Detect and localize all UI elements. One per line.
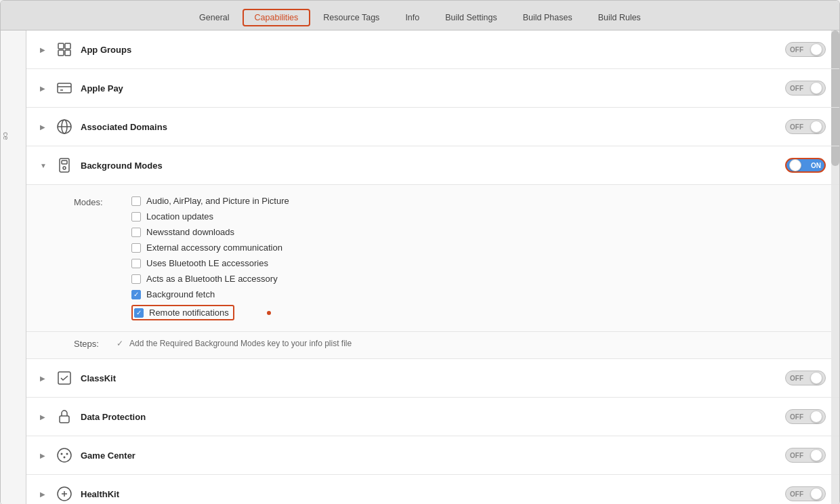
steps-label: Steps: [74, 339, 111, 349]
svg-point-17 [66, 453, 68, 455]
mode-remote-notifications: ✓ Remote notifications [131, 305, 289, 320]
expand-arrow-apple-pay[interactable]: ▶ [40, 85, 48, 92]
game-center-title: Game Center [81, 450, 135, 461]
main-content: ▶ App Groups OFF [1, 30, 839, 504]
expand-arrow-game-center[interactable]: ▶ [40, 452, 48, 459]
mode-label-newsstand: Newsstand downloads [146, 227, 234, 237]
mode-bt-accessories: Uses Bluetooth LE accessories [131, 258, 289, 268]
svg-rect-0 [58, 43, 64, 49]
tab-capabilities[interactable]: Capabilities [243, 9, 311, 26]
svg-rect-13 [58, 372, 70, 384]
modes-list: Audio, AirPlay, and Picture in Picture L… [131, 196, 289, 320]
expand-arrow-classkit[interactable]: ▶ [40, 375, 48, 382]
data-protection-toggle-label: OFF [790, 413, 803, 421]
capability-row-healthkit: ▶ HealthKit OFF [26, 475, 839, 504]
game-center-toggle-knob [810, 449, 822, 461]
mode-checkbox-bt-accessories[interactable] [131, 259, 141, 268]
tab-build-settings[interactable]: Build Settings [432, 8, 509, 27]
expand-arrow-background-modes[interactable]: ▼ [40, 162, 48, 169]
modes-label: Modes: [74, 196, 111, 320]
game-center-toggle-label: OFF [790, 452, 803, 459]
row-left-healthkit: ▶ HealthKit [40, 484, 785, 503]
capability-row-associated-domains: ▶ Associated Domains OFF [26, 108, 839, 146]
data-protection-toggle[interactable]: OFF [785, 409, 826, 424]
left-panel: ce [1, 30, 26, 504]
expand-arrow-app-groups[interactable]: ▶ [40, 46, 48, 54]
tab-general[interactable]: General [186, 8, 242, 27]
tab-bar: General Capabilities Resource Tags Info … [1, 1, 839, 30]
classkit-toggle[interactable]: OFF [785, 371, 826, 385]
apple-pay-title: Apple Pay [81, 83, 123, 93]
row-left-app-groups: ▶ App Groups [40, 40, 785, 59]
mode-audio-airplay: Audio, AirPlay, and Picture in Picture [131, 196, 289, 206]
apple-pay-icon [55, 79, 74, 98]
classkit-icon [55, 369, 74, 387]
background-modes-toggle-label: ON [811, 162, 821, 169]
capability-row-classkit: ▶ ClassKit OFF [26, 359, 839, 398]
svg-point-16 [61, 453, 63, 455]
associated-domains-toggle[interactable]: OFF [785, 119, 826, 134]
tab-info[interactable]: Info [392, 8, 432, 27]
row-left-game-center: ▶ Game Center [40, 446, 785, 465]
row-left-classkit: ▶ ClassKit [40, 369, 785, 387]
capability-row-data-protection: ▶ Data Protection OFF [26, 398, 839, 436]
classkit-toggle-knob [810, 372, 822, 384]
svg-rect-4 [58, 83, 71, 93]
row-left-data-protection: ▶ Data Protection [40, 407, 785, 426]
tab-resource-tags[interactable]: Resource Tags [310, 8, 392, 27]
mode-checkbox-external-accessory[interactable] [131, 243, 141, 253]
app-groups-toggle[interactable]: OFF [785, 42, 826, 57]
background-modes-title: Background Modes [81, 161, 163, 171]
expand-arrow-associated-domains[interactable]: ▶ [40, 123, 48, 131]
mode-checkbox-audio-airplay[interactable] [131, 196, 141, 206]
healthkit-toggle-knob [810, 488, 822, 500]
mode-checkbox-location-updates[interactable] [131, 212, 141, 222]
app-groups-icon [55, 40, 74, 59]
tab-build-phases[interactable]: Build Phases [510, 8, 585, 27]
associated-domains-icon [55, 117, 74, 136]
data-protection-icon [55, 407, 74, 426]
svg-rect-1 [65, 43, 70, 49]
mode-background-fetch: ✓ Background fetch [131, 289, 289, 299]
game-center-icon [55, 446, 74, 465]
steps-section: Steps: ✓ Add the Required Background Mod… [26, 332, 839, 359]
game-center-toggle[interactable]: OFF [785, 448, 826, 463]
capability-row-background-modes: ▼ Background Modes ON [26, 146, 839, 185]
background-modes-toggle-knob [789, 159, 801, 171]
mode-newsstand: Newsstand downloads [131, 227, 289, 237]
row-left-associated-domains: ▶ Associated Domains [40, 117, 785, 136]
svg-point-15 [58, 448, 71, 462]
background-modes-toggle[interactable]: ON [785, 158, 826, 173]
mode-label-background-fetch: Background fetch [146, 289, 215, 299]
app-groups-toggle-knob [810, 43, 822, 56]
row-right-game-center: OFF [785, 448, 826, 463]
mode-checkbox-bt-accessory[interactable] [131, 274, 141, 284]
healthkit-title: HealthKit [81, 489, 119, 499]
healthkit-toggle[interactable]: OFF [785, 486, 826, 501]
classkit-toggle-label: OFF [790, 375, 803, 382]
mode-checkbox-remote-notifications[interactable]: ✓ [134, 308, 144, 318]
row-right-apple-pay: OFF [785, 81, 826, 96]
tab-build-rules[interactable]: Build Rules [585, 8, 654, 27]
xcode-window: General Capabilities Resource Tags Info … [0, 0, 840, 504]
svg-point-12 [63, 167, 66, 169]
modes-container: Modes: Audio, AirPlay, and Picture in Pi… [74, 196, 826, 320]
svg-point-18 [64, 457, 66, 459]
row-right-healthkit: OFF [785, 486, 826, 501]
data-protection-toggle-knob [810, 411, 822, 423]
mode-checkbox-newsstand[interactable] [131, 228, 141, 237]
expand-arrow-healthkit[interactable]: ▶ [40, 490, 48, 498]
background-modes-icon [55, 156, 74, 175]
apple-pay-toggle[interactable]: OFF [785, 81, 826, 96]
left-panel-label: ce [2, 132, 10, 140]
remote-notif-highlight: ✓ Remote notifications [131, 305, 234, 320]
data-protection-title: Data Protection [81, 412, 146, 422]
svg-rect-2 [58, 50, 64, 56]
steps-text: Add the Required Background Modes key to… [129, 339, 352, 348]
row-right-classkit: OFF [785, 371, 826, 385]
capability-row-game-center: ▶ Game Center OFF [26, 436, 839, 475]
expand-arrow-data-protection[interactable]: ▶ [40, 413, 48, 421]
steps-inner: Steps: ✓ Add the Required Background Mod… [74, 339, 826, 349]
mode-checkbox-background-fetch[interactable]: ✓ [131, 290, 141, 299]
row-left-apple-pay: ▶ Apple Pay [40, 79, 785, 98]
